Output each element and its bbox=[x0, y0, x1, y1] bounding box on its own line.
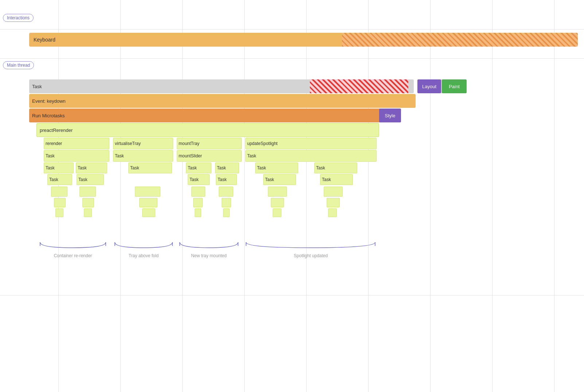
virtualise-tray-bar[interactable]: virtualiseTray bbox=[113, 138, 173, 149]
grid-line bbox=[554, 0, 554, 392]
deep-1f bbox=[268, 187, 287, 197]
style-label-box[interactable]: Style bbox=[379, 109, 401, 122]
deep-3f bbox=[273, 208, 281, 217]
deep-3a bbox=[55, 208, 63, 217]
h-divider-mid bbox=[0, 58, 584, 59]
annotation-spotlight-updated: Spotlight updated bbox=[242, 253, 379, 258]
grid-line bbox=[368, 0, 369, 392]
rerender-task-2[interactable]: Task bbox=[76, 162, 107, 173]
update-spotlight-bar[interactable]: updateSpotlight bbox=[245, 138, 377, 149]
deep-2f bbox=[271, 198, 284, 207]
deep-2g bbox=[327, 198, 340, 207]
mount-slider-bar[interactable]: mountSlider bbox=[177, 150, 242, 162]
mount-task-1[interactable]: Task bbox=[186, 162, 211, 173]
grid-line bbox=[306, 0, 307, 392]
annotation-new-tray-mounted: New tray mounted bbox=[176, 253, 242, 258]
deep-2b bbox=[82, 198, 94, 207]
grid-line bbox=[182, 0, 183, 392]
brace-tray-above-fold bbox=[111, 240, 176, 251]
red-hatch-overlay bbox=[310, 79, 408, 93]
grid-line bbox=[430, 0, 431, 392]
deep-2a bbox=[54, 198, 66, 207]
grid-line bbox=[492, 0, 492, 392]
deep-2e bbox=[222, 198, 231, 207]
update-spotlight-task[interactable]: Task bbox=[245, 150, 377, 162]
deep-3d bbox=[195, 208, 201, 217]
grid-line bbox=[244, 0, 245, 392]
mount-subtask-1[interactable]: Task bbox=[188, 174, 210, 185]
preact-rerender-bar[interactable]: preactRerender bbox=[36, 123, 379, 137]
rerender-bar[interactable]: rerender bbox=[44, 138, 109, 149]
deep-2c bbox=[139, 198, 157, 207]
paint-label-box[interactable]: Paint bbox=[442, 79, 467, 93]
deep-1b bbox=[79, 187, 96, 197]
deep-1d bbox=[191, 187, 205, 197]
deep-3b bbox=[84, 208, 92, 217]
layout-label-box[interactable]: Layout bbox=[417, 79, 441, 93]
spotlight-subtask-1[interactable]: Task bbox=[263, 174, 296, 185]
keyboard-bar[interactable]: Keyboard bbox=[29, 33, 578, 47]
spotlight-subtask-2[interactable]: Task bbox=[320, 174, 353, 185]
main-thread-label[interactable]: Main thread bbox=[3, 61, 34, 69]
brace-container-rerender bbox=[36, 240, 109, 251]
grid-line bbox=[120, 0, 121, 392]
spotlight-task-1[interactable]: Task bbox=[255, 162, 298, 173]
event-keydown-bar[interactable]: Event: keydown bbox=[29, 94, 416, 108]
deep-1c bbox=[135, 187, 160, 197]
annotation-tray-above-fold: Tray above fold bbox=[111, 253, 176, 258]
annotation-container-rerender: Container re-render bbox=[36, 253, 109, 258]
deep-3e bbox=[223, 208, 230, 217]
mount-task-2[interactable]: Task bbox=[215, 162, 239, 173]
keyboard-hatch bbox=[342, 33, 578, 47]
spotlight-task-2[interactable]: Task bbox=[314, 162, 357, 173]
virtualise-tray-task[interactable]: Task bbox=[113, 150, 173, 162]
mount-tray-bar[interactable]: mountTray bbox=[177, 138, 242, 149]
interactions-label[interactable]: Interactions bbox=[3, 14, 34, 22]
deep-3c bbox=[142, 208, 155, 217]
h-divider-bottom bbox=[0, 295, 584, 295]
mount-subtask-2[interactable]: Task bbox=[216, 174, 237, 185]
deep-1g bbox=[324, 187, 343, 197]
run-microtasks-bar[interactable]: Run Microtasks bbox=[29, 109, 401, 122]
rerender-subtask-2[interactable]: Task bbox=[77, 174, 104, 185]
main-task-bar[interactable]: Task bbox=[29, 79, 414, 93]
timeline-container: Interactions Keyboard Main thread Task T… bbox=[0, 0, 584, 392]
rerender-task[interactable]: Task bbox=[44, 150, 109, 162]
rerender-subtask-1[interactable]: Task bbox=[47, 174, 72, 185]
deep-3g bbox=[328, 208, 337, 217]
brace-spotlight-updated bbox=[242, 240, 379, 251]
deep-1e bbox=[219, 187, 233, 197]
virtualise-task-1[interactable]: Task bbox=[128, 162, 172, 173]
deep-1a bbox=[51, 187, 67, 197]
h-divider-top bbox=[0, 29, 584, 30]
brace-new-tray-mounted bbox=[176, 240, 242, 251]
deep-2d bbox=[193, 198, 203, 207]
rerender-task-1[interactable]: Task bbox=[44, 162, 74, 173]
